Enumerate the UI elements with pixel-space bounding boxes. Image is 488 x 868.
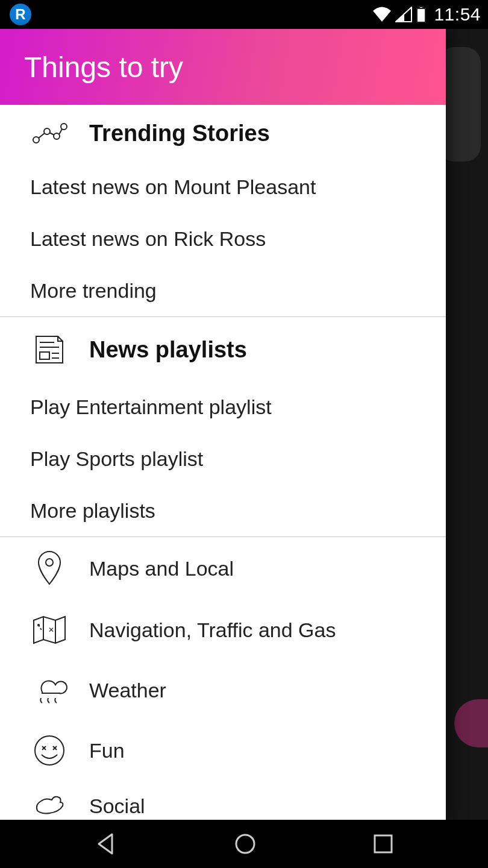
svg-point-2: [33, 137, 39, 143]
section-trending-header: Trending Stories: [0, 105, 446, 161]
bird-icon: [30, 794, 69, 818]
playlist-item-label: Play Entertainment playlist: [30, 395, 272, 419]
svg-rect-1: [419, 7, 423, 8]
playlist-item-label: More playlists: [30, 499, 155, 523]
svg-point-3: [44, 128, 50, 134]
pin-icon: [30, 550, 69, 587]
playlist-item-2[interactable]: More playlists: [0, 485, 446, 536]
category-social[interactable]: Social: [0, 781, 446, 818]
trending-item-label: Latest news on Rick Ross: [30, 227, 266, 251]
section-news-header: News playlists: [0, 317, 446, 381]
trending-item-label: Latest news on Mount Pleasant: [30, 175, 316, 199]
playlist-item-1[interactable]: Play Sports playlist: [0, 433, 446, 485]
nav-back-icon[interactable]: [94, 832, 118, 856]
category-label: Weather: [89, 679, 166, 702]
wifi-icon: [372, 7, 392, 22]
category-label: Maps and Local: [89, 557, 234, 580]
playlist-item-0[interactable]: Play Entertainment playlist: [0, 381, 446, 433]
battery-icon: [416, 6, 427, 23]
fab-button[interactable]: [454, 699, 488, 747]
newspaper-icon: [30, 333, 69, 366]
app-badge: R: [10, 4, 31, 25]
svg-point-5: [61, 124, 67, 130]
trend-icon: [30, 123, 69, 145]
svg-point-11: [46, 559, 53, 566]
smile-icon: [30, 734, 69, 767]
playlist-item-label: Play Sports playlist: [30, 447, 203, 471]
trending-item-label: More trending: [30, 279, 157, 303]
category-navigation[interactable]: ✕ Navigation, Traffic and Gas: [0, 600, 446, 660]
svg-point-17: [236, 835, 254, 853]
section-trending-title: Trending Stories: [89, 121, 270, 146]
map-icon: ✕: [30, 614, 69, 646]
svg-text:✕: ✕: [48, 626, 54, 634]
trending-item-0[interactable]: Latest news on Mount Pleasant: [0, 161, 446, 213]
category-label: Social: [89, 794, 145, 818]
category-label: Fun: [89, 739, 125, 763]
drawer-body: Trending Stories Latest news on Mount Pl…: [0, 105, 446, 820]
side-drawer: Things to try Trending Stories Latest ne…: [0, 29, 446, 820]
svg-rect-18: [375, 835, 392, 852]
drawer-header: Things to try: [0, 29, 446, 105]
trending-item-1[interactable]: Latest news on Rick Ross: [0, 213, 446, 265]
category-weather[interactable]: Weather: [0, 660, 446, 720]
status-bar: R 11:54: [0, 0, 488, 29]
drawer-title: Things to try: [24, 51, 183, 84]
android-nav-bar: [0, 820, 488, 868]
category-maps[interactable]: Maps and Local: [0, 537, 446, 600]
svg-rect-0: [417, 8, 425, 22]
trending-item-2[interactable]: More trending: [0, 265, 446, 316]
rain-icon: [30, 674, 69, 706]
section-news-title: News playlists: [89, 337, 247, 363]
category-fun[interactable]: Fun: [0, 720, 446, 781]
nav-home-icon[interactable]: [233, 832, 257, 856]
section-categories: Maps and Local ✕ Navigation, Traffic and…: [0, 537, 446, 818]
category-label: Navigation, Traffic and Gas: [89, 618, 336, 642]
cell-signal-icon: [395, 7, 412, 22]
svg-point-16: [35, 736, 64, 765]
section-trending: Trending Stories Latest news on Mount Pl…: [0, 105, 446, 317]
svg-rect-8: [40, 352, 49, 359]
section-news-playlists: News playlists Play Entertainment playli…: [0, 317, 446, 537]
nav-recent-icon[interactable]: [372, 833, 394, 855]
status-clock: 11:54: [434, 4, 481, 25]
